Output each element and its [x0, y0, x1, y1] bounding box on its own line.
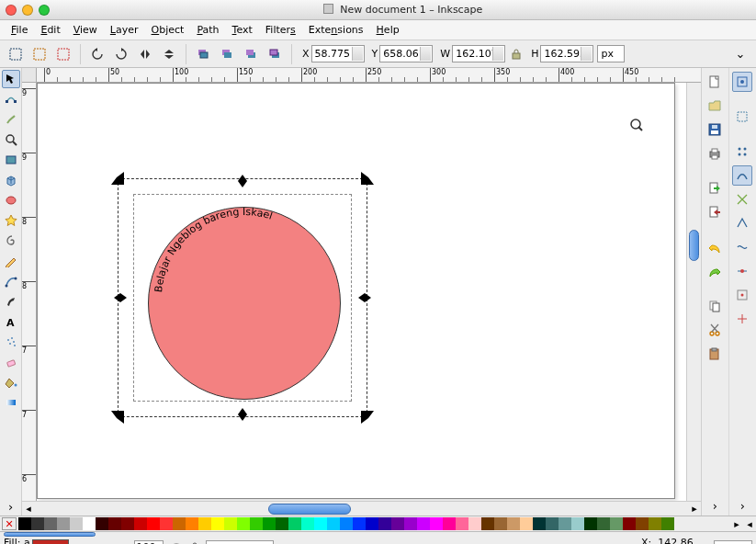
- raise-to-top-icon[interactable]: [265, 44, 285, 64]
- color-swatch[interactable]: [147, 517, 160, 530]
- opacity-input[interactable]: 100: [134, 540, 164, 544]
- vertical-scrollbar[interactable]: [686, 83, 701, 501]
- toolbar-overflow-icon[interactable]: ⌄: [730, 44, 750, 64]
- open-document-icon[interactable]: [705, 96, 725, 116]
- color-swatch[interactable]: [610, 517, 623, 530]
- menu-layer[interactable]: Layer: [105, 22, 144, 38]
- color-swatch[interactable]: [121, 517, 134, 530]
- pencil-tool[interactable]: [2, 252, 20, 270]
- color-swatch[interactable]: [96, 517, 108, 530]
- color-swatch[interactable]: [31, 517, 44, 530]
- color-swatch[interactable]: [108, 517, 121, 530]
- color-swatch[interactable]: [456, 517, 468, 530]
- ruler-vertical[interactable]: 9988776: [22, 83, 37, 501]
- zoom-input[interactable]: 140%: [714, 540, 752, 545]
- color-swatch[interactable]: [636, 517, 649, 530]
- color-swatch[interactable]: [288, 517, 301, 530]
- palette-scrollbar-thumb[interactable]: [4, 532, 96, 537]
- hscroll-right-icon[interactable]: ▸: [688, 503, 701, 516]
- color-swatch[interactable]: [649, 517, 661, 530]
- snap-center-icon[interactable]: [732, 285, 752, 305]
- rotate-ccw-icon[interactable]: [87, 44, 107, 64]
- 3dbox-tool[interactable]: [2, 171, 20, 189]
- select-all-layers-icon[interactable]: [6, 44, 26, 64]
- resize-handle-l[interactable]: [109, 293, 131, 302]
- color-swatch[interactable]: [443, 517, 456, 530]
- color-swatch[interactable]: [623, 517, 636, 530]
- right-col2-more-icon[interactable]: ›: [732, 495, 752, 516]
- color-swatch[interactable]: [366, 517, 378, 530]
- deselect-icon[interactable]: [53, 44, 73, 64]
- color-swatch[interactable]: [378, 517, 391, 530]
- selector-tool[interactable]: [2, 70, 20, 88]
- menu-view[interactable]: View: [68, 22, 103, 38]
- color-swatch[interactable]: [404, 517, 417, 530]
- eraser-tool[interactable]: [2, 353, 20, 371]
- undo-icon[interactable]: [705, 237, 725, 257]
- no-fill-swatch[interactable]: ✕: [2, 517, 17, 530]
- palette-menu-icon[interactable]: ◂: [743, 518, 756, 530]
- menu-file[interactable]: File: [6, 22, 33, 38]
- color-swatch[interactable]: [584, 517, 597, 530]
- snap-intersections-icon[interactable]: [732, 189, 752, 210]
- unit-select[interactable]: px: [597, 45, 625, 62]
- color-swatch[interactable]: [533, 517, 546, 530]
- menu-text[interactable]: Text: [227, 22, 258, 38]
- lower-to-bottom-icon[interactable]: [193, 44, 213, 64]
- color-swatch[interactable]: [520, 517, 533, 530]
- snap-cusp-icon[interactable]: [732, 213, 752, 233]
- color-swatch[interactable]: [263, 517, 276, 530]
- horizontal-scrollbar[interactable]: ◂ ▸: [22, 501, 701, 516]
- hscroll-left-icon[interactable]: ◂: [22, 503, 35, 516]
- color-swatch[interactable]: [276, 517, 288, 530]
- snap-enable-icon[interactable]: [732, 72, 752, 92]
- paste-icon[interactable]: [705, 344, 725, 364]
- color-swatch[interactable]: [44, 517, 57, 530]
- right-col1-more-icon[interactable]: ›: [705, 495, 725, 516]
- color-swatch[interactable]: [198, 517, 211, 530]
- fill-swatch[interactable]: [32, 539, 69, 545]
- resize-handle-r[interactable]: [354, 293, 376, 302]
- rotate-cw-icon[interactable]: [111, 44, 131, 64]
- cut-icon[interactable]: [705, 320, 725, 340]
- lock-aspect-icon[interactable]: [509, 47, 524, 62]
- raise-icon[interactable]: [241, 44, 261, 64]
- color-swatch[interactable]: [134, 517, 147, 530]
- color-swatch[interactable]: [70, 517, 83, 530]
- calligraphy-tool[interactable]: [2, 292, 20, 311]
- menu-object[interactable]: Object: [146, 22, 190, 38]
- ellipse-tool[interactable]: [2, 191, 20, 210]
- color-swatch[interactable]: [224, 517, 237, 530]
- resize-handle-tr[interactable]: [361, 172, 374, 185]
- toolbox-more-icon[interactable]: ›: [2, 497, 20, 516]
- color-swatch[interactable]: [494, 517, 507, 530]
- lower-icon[interactable]: [217, 44, 237, 64]
- redo-icon[interactable]: [705, 261, 725, 281]
- flip-horizontal-icon[interactable]: [135, 44, 155, 64]
- color-swatch[interactable]: [430, 517, 443, 530]
- color-swatch[interactable]: [340, 517, 353, 530]
- color-swatch[interactable]: [18, 517, 31, 530]
- ellipse-object[interactable]: [148, 207, 341, 400]
- color-swatch[interactable]: [353, 517, 366, 530]
- menu-help[interactable]: Help: [371, 22, 405, 38]
- color-swatch[interactable]: [301, 517, 314, 530]
- resize-handle-t[interactable]: [238, 170, 247, 192]
- minimize-window-button[interactable]: [22, 5, 33, 16]
- resize-handle-tl[interactable]: [111, 172, 124, 185]
- snap-bbox-icon[interactable]: [732, 107, 752, 127]
- color-swatch[interactable]: [211, 517, 224, 530]
- color-swatch[interactable]: [237, 517, 250, 530]
- color-swatch[interactable]: [391, 517, 404, 530]
- canvas[interactable]: Belajar Ngeblog bareng Iskael: [37, 83, 686, 501]
- rectangle-tool[interactable]: [2, 151, 20, 169]
- color-swatch[interactable]: [57, 517, 70, 530]
- resize-handle-bl[interactable]: [111, 411, 124, 424]
- resize-handle-br[interactable]: [361, 411, 374, 424]
- snap-paths-icon[interactable]: [732, 165, 752, 186]
- zoom-tool[interactable]: [2, 130, 20, 149]
- text-tool[interactable]: A: [2, 312, 20, 331]
- zoom-to-fit-icon[interactable]: [629, 118, 644, 132]
- color-swatch[interactable]: [468, 517, 481, 530]
- close-window-button[interactable]: [6, 5, 17, 16]
